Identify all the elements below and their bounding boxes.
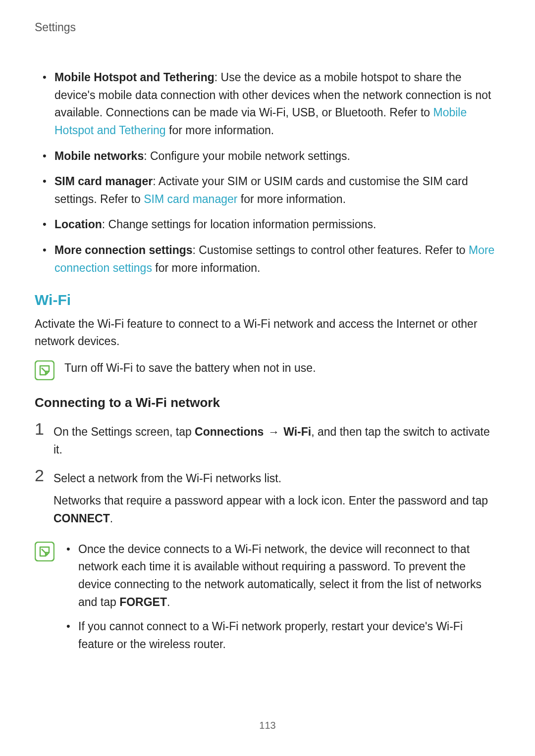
item-bold: SIM card manager bbox=[54, 175, 153, 188]
item-text: : Customise settings to control other fe… bbox=[193, 244, 469, 256]
list-item: More connection settings: Customise sett… bbox=[35, 242, 500, 277]
link-sim-card-manager[interactable]: SIM card manager bbox=[144, 193, 237, 205]
arrow-icon: → bbox=[264, 425, 283, 438]
note-icon bbox=[35, 542, 54, 561]
section-heading-wifi: Wi-Fi bbox=[35, 292, 500, 308]
step-number: 1 bbox=[35, 420, 54, 437]
note2-forget-bold: FORGET bbox=[119, 596, 167, 608]
step2-line2-post: . bbox=[110, 512, 113, 525]
page-number: 113 bbox=[0, 720, 535, 731]
note-bullet-list: Once the device connects to a Wi-Fi netw… bbox=[64, 541, 500, 654]
step-number: 2 bbox=[35, 467, 54, 484]
step1-bold2: Wi-Fi bbox=[283, 425, 311, 438]
step2-connect-bold: CONNECT bbox=[54, 512, 110, 525]
item-tail: for more information. bbox=[237, 193, 346, 205]
step2-line2: Networks that require a password appear … bbox=[54, 492, 500, 527]
note2-item1-post: . bbox=[167, 596, 170, 608]
item-bold: Mobile networks bbox=[54, 150, 144, 162]
item-text: : Change settings for location informati… bbox=[102, 218, 376, 231]
breadcrumb: Settings bbox=[35, 21, 500, 34]
note-icon bbox=[35, 360, 54, 380]
item-bold: More connection settings bbox=[54, 244, 193, 256]
list-item: Once the device connects to a Wi-Fi netw… bbox=[64, 541, 500, 611]
list-item: Mobile Hotspot and Tethering: Use the de… bbox=[35, 69, 500, 140]
list-item: Location: Change settings for location i… bbox=[35, 216, 500, 234]
note-text: Turn off Wi-Fi to save the battery when … bbox=[64, 359, 500, 377]
note-text: Once the device connects to a Wi-Fi netw… bbox=[64, 541, 500, 660]
step2-line2-pre: Networks that require a password appear … bbox=[54, 494, 488, 507]
document-page: Settings Mobile Hotspot and Tethering: U… bbox=[0, 0, 535, 756]
step-text: On the Settings screen, tap Connections … bbox=[54, 420, 500, 458]
step-2: 2 Select a network from the Wi-Fi networ… bbox=[35, 467, 500, 533]
item-bold: Mobile Hotspot and Tethering bbox=[54, 71, 214, 84]
list-item: Mobile networks: Configure your mobile n… bbox=[35, 148, 500, 165]
list-item: If you cannot connect to a Wi-Fi network… bbox=[64, 618, 500, 653]
subsection-heading: Connecting to a Wi-Fi network bbox=[35, 395, 500, 410]
note-block-2: Once the device connects to a Wi-Fi netw… bbox=[35, 541, 500, 660]
step-1: 1 On the Settings screen, tap Connection… bbox=[35, 420, 500, 458]
list-item: SIM card manager: Activate your SIM or U… bbox=[35, 173, 500, 208]
step1-bold1: Connections bbox=[195, 425, 264, 438]
section-intro: Activate the Wi-Fi feature to connect to… bbox=[35, 315, 500, 350]
step1-pre: On the Settings screen, tap bbox=[54, 425, 195, 438]
item-tail: for more information. bbox=[152, 261, 261, 274]
step2-line1: Select a network from the Wi-Fi networks… bbox=[54, 470, 500, 488]
step-text: Select a network from the Wi-Fi networks… bbox=[54, 467, 500, 533]
item-bold: Location bbox=[54, 218, 102, 231]
item-tail: for more information. bbox=[166, 124, 274, 137]
bullet-list: Mobile Hotspot and Tethering: Use the de… bbox=[35, 69, 500, 277]
note-block: Turn off Wi-Fi to save the battery when … bbox=[35, 359, 500, 380]
item-text: : Configure your mobile network settings… bbox=[144, 150, 350, 162]
